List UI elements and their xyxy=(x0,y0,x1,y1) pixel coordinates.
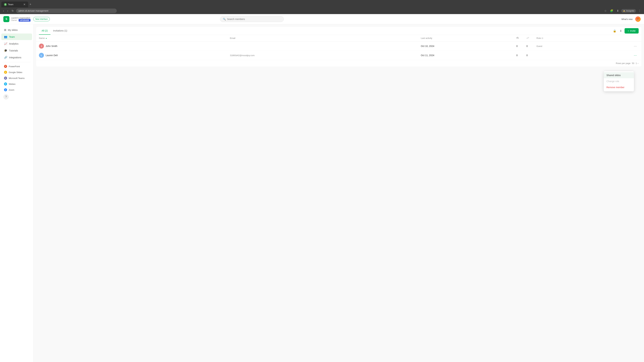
integrations-icon: 🔗 xyxy=(4,56,8,59)
reload-button[interactable]: ↻ xyxy=(10,8,15,13)
search-bar[interactable]: 🔍 xyxy=(220,16,284,22)
download-icon-button[interactable]: ⬇ xyxy=(619,29,622,33)
bookmark-button[interactable]: ☆ xyxy=(603,8,608,13)
help-button[interactable]: ? xyxy=(3,94,9,99)
email-lauren: 31860d42@moodjoy.com xyxy=(230,54,421,57)
tabs-actions: 🔒 ⬇ + Invite xyxy=(612,28,639,33)
microsoft-teams-label: Microsoft Teams xyxy=(9,77,24,79)
col-name-header[interactable]: Name ▲ xyxy=(39,37,230,39)
sidebar-label-analytics: Analytics xyxy=(9,42,18,45)
dropdown-item-remove-member[interactable]: Remove member xyxy=(604,84,634,90)
zoom-label: Zoom xyxy=(9,89,14,91)
more-button-john[interactable]: ⋯ xyxy=(632,44,639,48)
webex-icon: W xyxy=(4,82,7,85)
sidebar-item-integrations[interactable]: 🔗 Integrations xyxy=(1,54,32,61)
active-tab[interactable]: S Team ✕ xyxy=(1,1,28,7)
col-trend-icon xyxy=(526,36,536,40)
upgrade-badge[interactable]: UPGRADE xyxy=(18,19,30,22)
sidebar-item-webex[interactable]: W Webex xyxy=(1,81,32,87)
sidebar-item-microsoft-teams[interactable]: M Microsoft Teams xyxy=(1,75,32,81)
forward-button[interactable]: › xyxy=(6,9,9,13)
webex-label: Webex xyxy=(9,83,16,85)
slidos-count-john: 0 xyxy=(516,45,526,47)
name-cell-lauren: L Lauren Deli xyxy=(39,53,230,58)
powerpoint-label: PowerPoint xyxy=(9,65,20,68)
svg-rect-1 xyxy=(518,37,518,38)
role-john: Guest xyxy=(536,45,632,47)
tab-close-button[interactable]: ✕ xyxy=(23,3,26,6)
col-activity-label: Last activity xyxy=(421,37,516,39)
avatar-john: J xyxy=(39,43,44,49)
browser-tabs: S Team ✕ + xyxy=(0,0,644,7)
table-row: J John Smith Oct 10, 2024 0 0 Guest ⋯ xyxy=(36,41,641,51)
dropdown-item-shared-slidos[interactable]: Shared slidos xyxy=(604,72,634,78)
main-layout: ⊞ My slidos 👥 Team 📈 Analytics 🎓 Tutoria… xyxy=(0,24,644,362)
team-icon: 👥 xyxy=(4,35,8,38)
extensions-button[interactable]: 🧩 xyxy=(609,8,614,13)
col-role-header[interactable]: Role ⊟ xyxy=(536,37,632,39)
rows-per-page-value: 50 xyxy=(632,62,634,64)
whats-new-link[interactable]: What's new xyxy=(621,18,632,20)
back-button[interactable]: ‹ xyxy=(2,9,5,13)
incognito-indicator: 🕵 Incognito xyxy=(621,9,636,13)
tab-invitations[interactable]: Invitations (1) xyxy=(50,27,70,35)
tab-title: Team xyxy=(8,3,14,6)
activity-lauren: Oct 11, 2024 xyxy=(421,54,516,57)
avatar-lauren: L xyxy=(39,53,44,58)
more-button-lauren[interactable]: ⋯ xyxy=(632,53,639,57)
browser-actions: ☆ 🧩 ⬇ 🕵 Incognito ⋮ xyxy=(603,8,642,13)
svg-rect-2 xyxy=(518,37,519,38)
sidebar-divider xyxy=(3,62,31,62)
sidebar-item-analytics[interactable]: 📈 Analytics xyxy=(1,40,32,47)
download-button[interactable]: ⬇ xyxy=(616,8,620,13)
filter-icon: ⊟ xyxy=(542,37,543,39)
rows-per-page-label: Rows per page xyxy=(616,62,630,64)
incognito-icon: 🕵 xyxy=(623,10,626,12)
user-avatar[interactable]: 🦊 xyxy=(635,16,641,22)
sidebar-label-team: Team xyxy=(9,35,15,38)
org-info: Lauren's organization Owner UPGRADE xyxy=(11,17,30,21)
name-lauren: Lauren Deli xyxy=(46,54,58,57)
tab-favicon: S xyxy=(4,3,7,6)
col-role-label: Role xyxy=(536,37,541,39)
name-john: John Smith xyxy=(46,45,57,47)
slido-logo: S Lauren's organization Owner UPGRADE xyxy=(3,16,30,22)
lock-icon-button[interactable]: 🔒 xyxy=(612,29,617,33)
analytics-icon: 📈 xyxy=(4,42,8,45)
svg-rect-0 xyxy=(516,37,517,38)
content-area: All (2) Invitations (1) 🔒 ⬇ + Invite xyxy=(34,24,644,362)
tab-all[interactable]: All (2) xyxy=(39,27,50,35)
sidebar-item-my-slidos[interactable]: ⊞ My slidos xyxy=(1,27,32,33)
menu-button[interactable]: ⋮ xyxy=(637,8,642,13)
powerpoint-icon: P xyxy=(4,65,7,68)
name-cell-john: J John Smith xyxy=(39,43,230,49)
col-slidos-icon xyxy=(516,36,526,40)
sidebar-item-tutorials[interactable]: 🎓 Tutorials xyxy=(1,47,32,54)
search-input[interactable] xyxy=(227,18,281,20)
header-right: What's new 🦊 xyxy=(621,16,641,22)
zoom-icon: Z xyxy=(4,88,7,91)
tabs-header: All (2) Invitations (1) 🔒 ⬇ + Invite xyxy=(36,27,641,35)
sidebar-item-zoom[interactable]: Z Zoom xyxy=(1,87,32,93)
pagination-range: 1 – xyxy=(636,62,639,64)
address-bar[interactable]: admin.sli.do/user-management xyxy=(16,8,117,13)
dropdown-menu: Shared slidos Change role Remove member xyxy=(604,71,634,91)
sidebar-item-powerpoint[interactable]: P PowerPoint xyxy=(1,63,32,69)
sort-asc-icon: ▲ xyxy=(46,37,47,39)
sidebar-item-team[interactable]: 👥 Team xyxy=(1,33,32,40)
new-tab-button[interactable]: + xyxy=(28,1,33,7)
sidebar-label-tutorials: Tutorials xyxy=(9,49,18,52)
slidos-count-lauren: 0 xyxy=(516,54,526,57)
sidebar-label-integrations: Integrations xyxy=(9,56,21,59)
tabs-left: All (2) Invitations (1) xyxy=(39,27,70,35)
sidebar-item-google-slides[interactable]: G Google Slides xyxy=(1,69,32,75)
activity-john: Oct 10, 2024 xyxy=(421,45,516,47)
new-interface-button[interactable]: New interface xyxy=(33,17,50,21)
app-wrapper: S Lauren's organization Owner UPGRADE Ne… xyxy=(0,14,644,362)
my-slidos-icon: ⊞ xyxy=(4,28,6,31)
col-name-label: Name xyxy=(39,37,45,39)
microsoft-teams-icon: M xyxy=(4,77,7,80)
col-email-label: Email xyxy=(230,37,421,39)
invite-button[interactable]: + Invite xyxy=(624,28,639,33)
org-role: Owner UPGRADE xyxy=(11,19,30,21)
